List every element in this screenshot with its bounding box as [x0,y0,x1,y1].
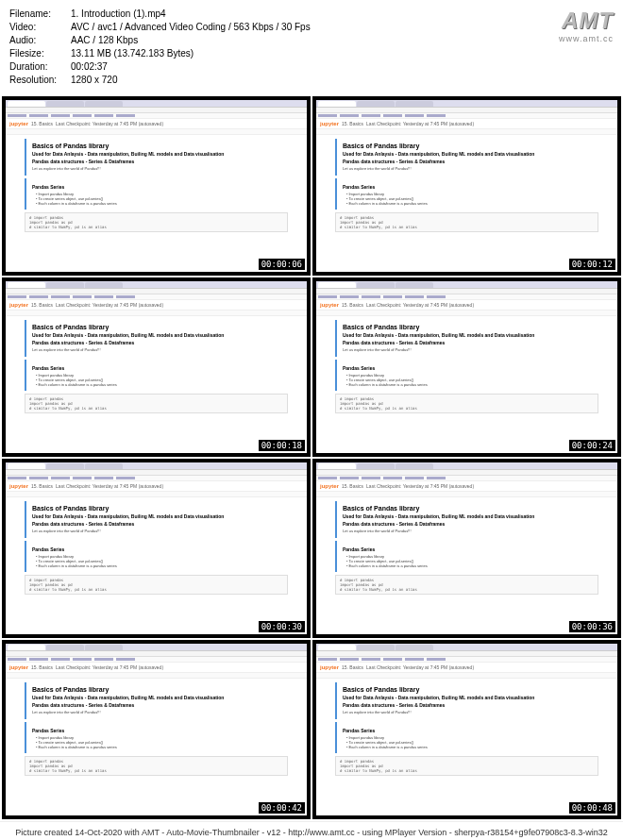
bookmark-item[interactable] [405,295,424,298]
bookmark-item[interactable] [94,477,113,479]
browser-tab[interactable] [8,463,45,469]
bookmark-item[interactable] [94,295,113,298]
bookmark-item[interactable] [8,114,26,117]
browser-tab[interactable] [318,645,356,650]
browser-tab[interactable] [357,282,395,288]
browser-tab[interactable] [8,101,45,107]
bookmark-item[interactable] [318,295,337,298]
code-cell[interactable]: # import pandas import pandas as pd # si… [25,575,288,595]
bookmark-item[interactable] [73,114,92,117]
browser-tab[interactable] [396,282,433,288]
markdown-cell[interactable]: Basics of Pandas library Used for Data A… [25,501,288,538]
markdown-cell[interactable]: Basics of Pandas library Used for Data A… [25,320,288,357]
code-cell[interactable]: # import pandas import pandas as pd # si… [335,212,598,232]
notebook-name[interactable]: 15. Basics [31,121,53,126]
bookmark-item[interactable] [362,477,380,479]
markdown-cell[interactable]: Pandas Series • Import pandas library • … [335,541,598,572]
browser-tab[interactable] [357,645,395,650]
notebook-name[interactable]: 15. Basics [342,483,363,489]
code-cell[interactable]: # import pandas import pandas as pd # si… [25,756,288,776]
markdown-cell[interactable]: Pandas Series • Import pandas library • … [25,541,288,572]
browser-tab[interactable] [357,101,395,107]
bookmark-item[interactable] [51,295,70,298]
browser-tab[interactable] [396,645,433,650]
browser-tab[interactable] [8,282,45,288]
bookmark-item[interactable] [29,658,48,661]
bookmark-item[interactable] [427,477,446,479]
browser-tab[interactable] [396,463,433,469]
bookmark-item[interactable] [383,295,402,298]
bookmark-item[interactable] [94,658,113,661]
bookmark-item[interactable] [51,477,70,479]
bookmark-item[interactable] [383,658,402,661]
notebook-name[interactable]: 15. Basics [342,121,363,126]
notebook-name[interactable]: 15. Basics [31,302,53,308]
browser-tab[interactable] [85,645,123,650]
markdown-cell[interactable]: Basics of Pandas library Used for Data A… [25,682,288,719]
code-cell[interactable]: # import pandas import pandas as pd # si… [25,212,288,232]
markdown-cell[interactable]: Pandas Series • Import pandas library • … [335,178,598,210]
markdown-cell[interactable]: Pandas Series • Import pandas library • … [335,722,598,753]
bookmark-item[interactable] [427,114,446,117]
markdown-cell[interactable]: Basics of Pandas library Used for Data A… [335,139,598,176]
markdown-cell[interactable]: Pandas Series • Import pandas library • … [25,360,288,391]
bookmark-item[interactable] [383,477,402,479]
bookmark-item[interactable] [383,114,402,117]
markdown-cell[interactable]: Pandas Series • Import pandas library • … [335,360,598,391]
bookmark-item[interactable] [51,114,70,117]
bookmark-item[interactable] [29,295,48,298]
markdown-cell[interactable]: Basics of Pandas library Used for Data A… [25,139,288,176]
browser-tab[interactable] [85,282,123,288]
browser-tab[interactable] [396,101,433,107]
browser-tab[interactable] [85,463,123,469]
bookmark-item[interactable] [116,477,135,479]
bookmark-item[interactable] [8,477,26,479]
bookmark-item[interactable] [318,114,337,117]
bookmark-item[interactable] [73,295,92,298]
bookmark-item[interactable] [340,114,359,117]
bookmark-item[interactable] [340,477,359,479]
bookmark-item[interactable] [94,114,113,117]
notebook-name[interactable]: 15. Basics [342,302,363,308]
bookmark-item[interactable] [29,114,48,117]
browser-tab[interactable] [46,645,84,650]
bookmark-item[interactable] [8,658,26,661]
notebook-name[interactable]: 15. Basics [31,483,53,489]
browser-tab[interactable] [46,101,84,107]
browser-tab[interactable] [46,282,84,288]
bookmark-item[interactable] [405,477,424,479]
bookmark-item[interactable] [405,658,424,661]
bookmark-item[interactable] [362,658,380,661]
browser-tab[interactable] [357,463,395,469]
bookmark-item[interactable] [73,658,92,661]
code-cell[interactable]: # import pandas import pandas as pd # si… [25,394,288,413]
bookmark-item[interactable] [51,658,70,661]
code-cell[interactable]: # import pandas import pandas as pd # si… [335,394,598,413]
bookmark-item[interactable] [427,658,446,661]
bookmark-item[interactable] [73,477,92,479]
bookmark-item[interactable] [362,295,380,298]
bookmark-item[interactable] [405,114,424,117]
bookmark-item[interactable] [427,295,446,298]
browser-tab[interactable] [85,101,123,107]
code-cell[interactable]: # import pandas import pandas as pd # si… [335,756,598,776]
bookmark-item[interactable] [340,658,359,661]
bookmark-item[interactable] [29,477,48,479]
browser-tab[interactable] [8,645,45,650]
markdown-cell[interactable]: Basics of Pandas library Used for Data A… [335,682,598,719]
bookmark-item[interactable] [8,295,26,298]
bookmark-item[interactable] [362,114,380,117]
bookmark-item[interactable] [318,658,337,661]
markdown-cell[interactable]: Pandas Series • Import pandas library • … [25,178,288,210]
browser-tab[interactable] [318,101,356,107]
markdown-cell[interactable]: Basics of Pandas library Used for Data A… [335,501,598,538]
markdown-cell[interactable]: Pandas Series • Import pandas library • … [25,722,288,753]
browser-tab[interactable] [318,463,356,469]
bookmark-item[interactable] [116,658,135,661]
bookmark-item[interactable] [340,295,359,298]
bookmark-item[interactable] [116,295,135,298]
bookmark-item[interactable] [116,114,135,117]
browser-tab[interactable] [318,282,356,288]
notebook-name[interactable]: 15. Basics [342,664,363,670]
markdown-cell[interactable]: Basics of Pandas library Used for Data A… [335,320,598,357]
